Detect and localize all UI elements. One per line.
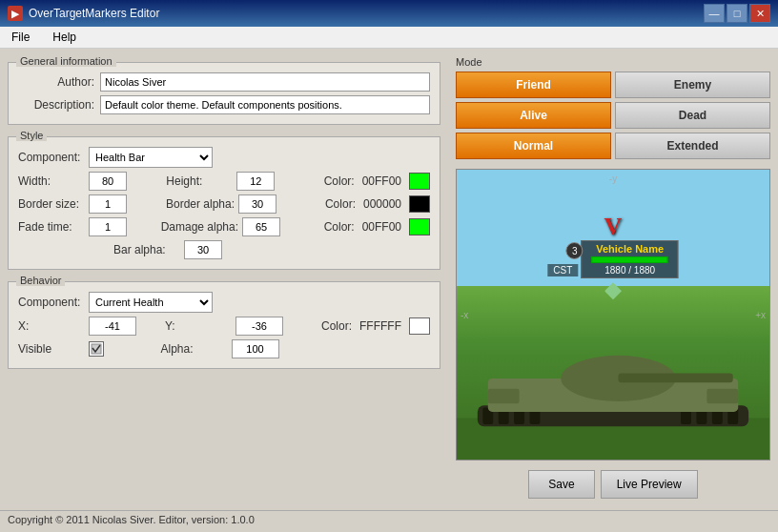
border-size-input[interactable]	[89, 194, 127, 214]
style-component-dropdown[interactable]: Health Bar	[89, 147, 213, 168]
author-label: Author:	[18, 75, 94, 89]
target-marker: V	[547, 214, 678, 241]
cst-label: CST	[547, 264, 578, 276]
color-label-3: Color:	[324, 220, 355, 234]
save-button[interactable]: Save	[528, 470, 594, 499]
right-panel: Mode Friend Enemy Alive Dead Normal Exte…	[448, 49, 778, 510]
level-badge: 3	[566, 242, 584, 259]
tank-svg	[457, 300, 769, 460]
color-swatch-3[interactable]	[409, 218, 430, 235]
width-height-row: Width: Height: Color: 00FF00	[18, 172, 430, 191]
vehicle-name-box: Vehicle Name 1880 / 1880	[582, 240, 679, 278]
menu-bar: File Help	[0, 27, 778, 49]
color-swatch-2[interactable]	[409, 195, 430, 213]
axis-top-label: -y	[609, 174, 617, 184]
y-label: Y:	[165, 319, 232, 333]
menu-file[interactable]: File	[4, 29, 37, 46]
bar-alpha-label: Bar alpha:	[113, 243, 180, 256]
behavior-group: Behavior Component: Current Health X: Y:…	[8, 281, 440, 369]
bar-alpha-row: Bar alpha:	[18, 240, 430, 259]
mode-row-2: Alive Dead	[456, 102, 770, 129]
bottom-buttons: Save Live Preview	[456, 466, 770, 502]
enemy-button[interactable]: Enemy	[615, 72, 770, 98]
mode-row-1: Friend Enemy	[456, 72, 770, 98]
mode-row-3: Normal Extended	[456, 133, 770, 159]
title-bar: ▶ OverTargetMarkers Editor — □ ✕	[0, 0, 778, 27]
vehicle-name: Vehicle Name	[592, 243, 668, 255]
status-bar: Copyright © 2011 Nicolas Siver. Editor, …	[0, 510, 778, 531]
color-swatch-1[interactable]	[409, 173, 430, 190]
bar-alpha-input[interactable]	[184, 240, 222, 259]
health-text: 1880 / 1880	[592, 265, 668, 276]
author-row: Author:	[18, 72, 430, 92]
color-value-2: 000000	[363, 197, 401, 211]
status-text: Copyright © 2011 Nicolas Siver. Editor, …	[8, 514, 255, 525]
behavior-component-dropdown[interactable]: Current Health	[89, 292, 213, 313]
fade-row: Fade time: Damage alpha: Color: 00FF00	[18, 217, 430, 236]
xy-row: X: Y: Color: FFFFFF	[18, 317, 430, 336]
damage-alpha-input[interactable]	[242, 217, 280, 236]
dead-button[interactable]: Dead	[615, 102, 770, 129]
behavior-color-label: Color:	[321, 319, 352, 333]
svg-rect-15	[706, 389, 738, 403]
svg-rect-14	[488, 389, 520, 403]
border-alpha-label: Border alpha:	[166, 197, 235, 211]
width-input[interactable]	[89, 172, 127, 191]
behavior-component-row: Component: Current Health	[18, 292, 430, 313]
description-label: Description:	[18, 98, 94, 112]
style-group: Style Component: Health Bar Width: Heigh…	[8, 136, 440, 270]
style-component-row: Component: Health Bar	[18, 147, 430, 168]
height-label: Height:	[166, 174, 233, 188]
minimize-button[interactable]: —	[704, 4, 725, 23]
alpha-input[interactable]	[232, 339, 279, 358]
extended-button[interactable]: Extended	[615, 133, 770, 159]
style-component-label: Component:	[18, 151, 85, 164]
color-value-3: 00FF00	[362, 220, 401, 234]
close-button[interactable]: ✕	[749, 4, 770, 23]
app-icon: ▶	[8, 6, 23, 21]
style-group-title: Style	[16, 130, 47, 141]
maximize-button[interactable]: □	[727, 4, 747, 23]
description-input[interactable]	[100, 95, 430, 114]
general-info-title: General information	[16, 55, 116, 67]
normal-button[interactable]: Normal	[456, 133, 611, 159]
behavior-color-swatch[interactable]	[409, 317, 430, 335]
behavior-color-value: FFFFFF	[359, 319, 401, 333]
color-label-2: Color:	[325, 197, 356, 211]
fade-time-input[interactable]	[89, 217, 127, 236]
live-preview-button[interactable]: Live Preview	[601, 470, 698, 499]
friend-button[interactable]: Friend	[456, 72, 611, 98]
fade-time-label: Fade time:	[18, 220, 85, 234]
vehicle-info-box: 3 Vehicle Name 1880 / 1880	[582, 240, 679, 278]
preview-area: -y -x +x +y V CST 3 Vehicle Name	[456, 169, 770, 460]
mode-section: Mode Friend Enemy Alive Dead Normal Exte…	[456, 56, 770, 163]
behavior-component-label: Component:	[18, 296, 85, 309]
main-content: General information Author: Description:…	[0, 49, 778, 510]
border-alpha-input[interactable]	[238, 194, 276, 214]
width-label: Width:	[18, 174, 85, 188]
alive-button[interactable]: Alive	[456, 102, 611, 129]
description-row: Description:	[18, 95, 430, 114]
tank-ground-area	[457, 300, 769, 460]
preview-scene: -y -x +x +y V CST 3 Vehicle Name	[457, 170, 769, 460]
visible-checkbox[interactable]	[89, 341, 104, 357]
height-input[interactable]	[236, 172, 275, 191]
visible-label: Visible	[18, 342, 85, 356]
border-row: Border size: Border alpha: Color: 000000	[18, 194, 430, 214]
diamond-icon	[604, 282, 622, 299]
hud-overlay: V CST 3 Vehicle Name 1880 / 1880	[547, 214, 678, 304]
health-bar-visual	[592, 256, 668, 263]
alpha-label: Alpha:	[161, 342, 228, 356]
general-info-group: General information Author: Description:	[8, 62, 440, 125]
visible-alpha-row: Visible Alpha:	[18, 339, 430, 358]
window-title: OverTargetMarkers Editor	[29, 7, 698, 20]
y-input[interactable]	[235, 317, 283, 336]
color-value-1: 00FF00	[362, 174, 401, 188]
x-input[interactable]	[89, 317, 136, 336]
menu-help[interactable]: Help	[45, 29, 84, 46]
mode-label: Mode	[456, 56, 770, 68]
window-controls: — □ ✕	[704, 4, 770, 23]
author-input[interactable]	[100, 72, 430, 92]
x-label: X:	[18, 319, 85, 333]
border-size-label: Border size:	[18, 197, 85, 211]
